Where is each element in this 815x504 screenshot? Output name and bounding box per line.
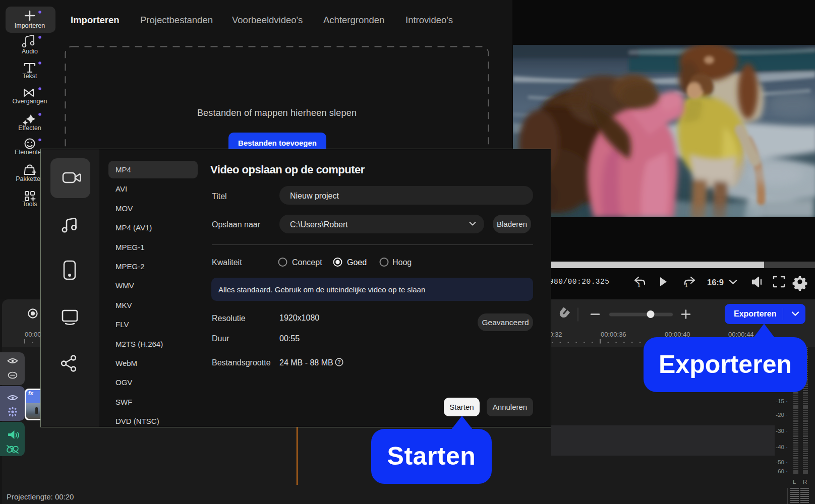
svg-text:1: 1 [685,283,688,288]
svg-text:?: ? [337,359,340,365]
svg-text:1: 1 [637,283,641,288]
svg-text:16:9: 16:9 [707,278,724,287]
